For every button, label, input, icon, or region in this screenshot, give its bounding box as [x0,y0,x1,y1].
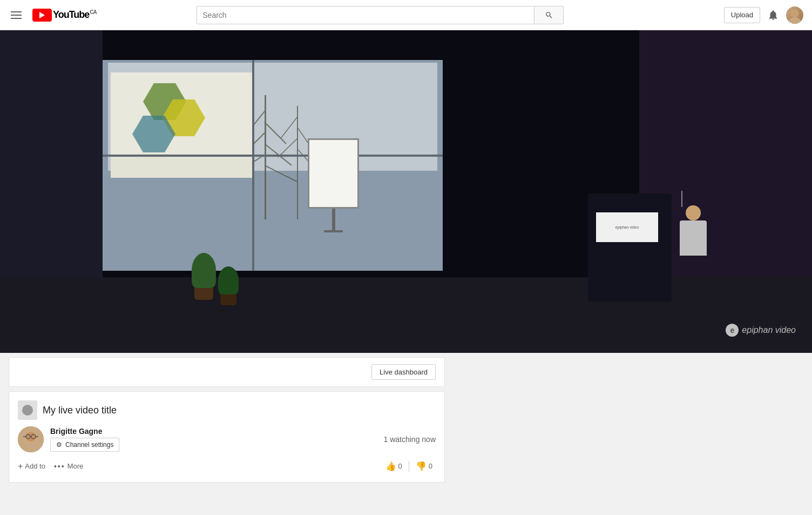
action-right: 👍 0 👎 0 [382,459,436,473]
plant-2 [216,266,240,304]
search-input[interactable] [197,6,534,24]
search-icon [545,11,553,19]
channel-name: Brigitte Gagne [50,427,119,436]
youtube-country: CA [90,9,96,15]
window-frame-v [252,60,254,271]
plant-leaves [192,253,216,288]
video-info-card: My live video title [9,391,445,483]
hamburger-menu-button[interactable] [9,9,24,21]
podium-sign: epiphan video [596,212,658,242]
projection-screen [111,72,254,178]
channel-avatar[interactable] [18,426,44,452]
user-avatar-button[interactable] [786,6,803,24]
user-avatar-image [786,6,803,24]
floor [0,277,812,353]
watching-count: 1 watching now [383,435,436,444]
channel-icon-image [22,405,33,416]
like-button[interactable]: 👍 0 [382,459,405,473]
channel-avatar-image [18,426,44,452]
more-label: More [67,462,84,470]
epiphan-logo-circle: e [726,324,739,337]
plant-2-leaves [218,266,239,295]
speaker [680,205,707,256]
action-row: + Add to ••• More 👍 0 👎 [18,459,436,473]
svg-rect-10 [297,106,298,219]
svg-rect-3 [265,95,266,219]
live-dashboard-bar: Live dashboard [9,357,445,387]
window-frame-h [103,155,443,157]
channel-avatar-svg [18,426,44,452]
content-area: Live dashboard My live video title [0,353,812,487]
speaker-body [680,220,707,256]
youtube-tube-text: Tube [69,9,90,20]
plant-pot [194,288,213,300]
epiphan-logo-e: e [730,326,734,335]
svg-line-9 [265,165,297,182]
upload-button[interactable]: Upload [724,7,760,23]
video-player[interactable]: epiphan video e epiphan video [0,30,812,353]
youtube-icon [32,9,52,22]
add-to-button[interactable]: + Add to [18,459,45,473]
channel-settings-button[interactable]: ⚙ Channel settings [50,438,119,452]
channel-name-area: Brigitte Gagne ⚙ Channel settings [50,427,119,452]
main-content: Live dashboard My live video title [0,353,454,487]
like-count: 0 [398,462,402,470]
podium: epiphan video [588,193,672,302]
action-left: + Add to ••• More [18,459,83,473]
plant [189,253,219,299]
video-scene: epiphan video e epiphan video [0,30,812,353]
more-button[interactable]: ••• More [54,460,83,473]
live-dashboard-button[interactable]: Live dashboard [371,364,436,380]
dislike-button[interactable]: 👎 0 [412,459,436,473]
avatar-silhouette [786,6,803,24]
channel-settings-label: Channel settings [65,441,113,449]
header-right: Upload [724,6,803,24]
header-left: YouTubeCA [9,9,117,22]
whiteboard-base [324,230,343,232]
vote-divider [409,461,409,472]
podium-sign-text: epiphan video [615,225,639,229]
youtube-logo[interactable]: YouTubeCA [32,9,97,22]
search-button[interactable] [534,6,564,24]
microphone-stand [681,191,682,207]
svg-rect-18 [111,156,254,178]
epiphan-logo-text: epiphan video [742,325,796,335]
whiteboard-stand [332,209,335,230]
sidebar-content [454,353,669,487]
video-title: My live video title [43,405,117,416]
channel-icon [18,400,37,420]
svg-point-2 [791,10,798,17]
youtube-you-text: You [53,9,69,20]
video-title-row: My live video title [18,400,436,420]
search-form [197,6,564,24]
gear-icon: ⚙ [56,441,62,449]
more-dots-icon: ••• [54,462,65,471]
youtube-wordmark: YouTubeCA [53,9,97,21]
play-triangle-icon [39,12,45,18]
notification-bell-button[interactable] [767,9,780,22]
epiphan-watermark: e epiphan video [726,324,796,337]
header: YouTubeCA Upload [0,0,812,30]
whiteboard [308,138,359,209]
plus-icon: + [18,462,23,471]
thumbs-up-icon: 👍 [385,461,396,471]
add-to-label: Add to [25,462,45,470]
bell-icon [767,9,779,21]
plant-2-pot [220,295,236,305]
speaker-head [686,205,701,220]
svg-point-1 [789,17,801,24]
channel-info-row: Brigitte Gagne ⚙ Channel settings 1 watc… [18,426,436,452]
thumbs-down-icon: 👎 [416,461,427,471]
svg-line-5 [265,122,286,144]
svg-line-11 [281,117,297,138]
channel-left: Brigitte Gagne ⚙ Channel settings [18,426,119,452]
presentation-hexagons [111,72,254,178]
dislike-count: 0 [429,462,432,470]
